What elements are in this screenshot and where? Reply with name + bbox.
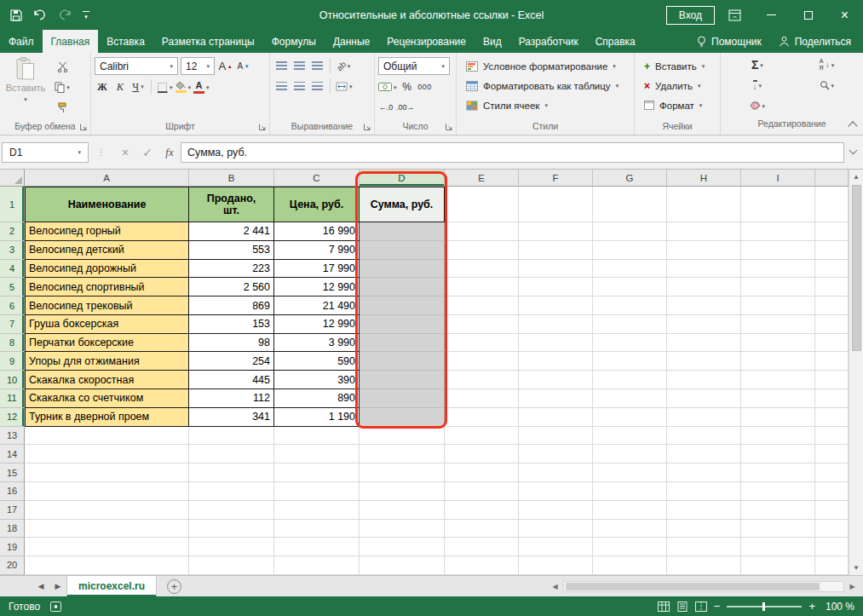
tab-developer[interactable]: Разработчик: [510, 30, 587, 53]
zoom-in-button[interactable]: +: [808, 600, 815, 613]
cell-I9[interactable]: [741, 352, 815, 371]
cell-B9[interactable]: 254: [189, 352, 274, 371]
cell-H12[interactable]: [667, 408, 741, 427]
comma-style-button[interactable]: 000: [417, 78, 433, 95]
row-header-18[interactable]: 18: [0, 520, 25, 538]
vertical-scrollbar[interactable]: ▲ ▼: [849, 170, 863, 575]
cell-F7[interactable]: [519, 315, 593, 334]
cell-H1[interactable]: [667, 187, 741, 222]
row-header-7[interactable]: 7: [0, 315, 25, 334]
cell-F19[interactable]: [519, 538, 593, 556]
decrease-decimal-button[interactable]: .00→: [396, 99, 415, 116]
cell-C7[interactable]: 12 990: [274, 315, 360, 334]
cell-D12[interactable]: [360, 408, 445, 427]
cell-E3[interactable]: [445, 241, 519, 260]
cell-A15[interactable]: [25, 463, 189, 482]
cell-A17[interactable]: [25, 501, 189, 520]
cell-I12[interactable]: [741, 408, 815, 427]
cell-I19[interactable]: [741, 538, 815, 556]
sheet-tab-active[interactable]: microexcel.ru: [66, 576, 157, 596]
cell-F12[interactable]: [519, 408, 593, 427]
cell-F20[interactable]: [519, 556, 593, 575]
number-format-select[interactable]: Общий▾: [378, 57, 450, 75]
row-header-11[interactable]: 11: [0, 389, 25, 408]
fill-color-button[interactable]: ▾: [175, 78, 192, 95]
zoom-level[interactable]: 100 %: [822, 601, 854, 613]
row-header-6[interactable]: 6: [0, 296, 25, 315]
cell-H11[interactable]: [667, 389, 741, 408]
cell-H4[interactable]: [667, 260, 741, 279]
cell-G1[interactable]: [593, 187, 667, 222]
cell-E20[interactable]: [445, 556, 519, 575]
cell-C8[interactable]: 3 990: [274, 334, 360, 353]
close-button[interactable]: ×: [826, 0, 863, 30]
cell-G10[interactable]: [593, 371, 667, 389]
cell-C12[interactable]: 1 190: [274, 408, 360, 427]
sheet-nav-left-button[interactable]: ◀: [32, 582, 49, 590]
cell-F4[interactable]: [519, 260, 593, 279]
cell-G19[interactable]: [593, 538, 667, 556]
cell-I1[interactable]: [741, 187, 815, 222]
cell-B18[interactable]: [189, 520, 274, 538]
format-as-table-button[interactable]: Форматировать как таблицу▾: [460, 77, 624, 95]
cell-E4[interactable]: [445, 260, 519, 279]
delete-cells-button[interactable]: × Удалить▾: [638, 77, 706, 95]
align-left-button[interactable]: [273, 78, 289, 95]
column-header-i[interactable]: I: [741, 170, 815, 187]
scroll-up-button[interactable]: ▲: [849, 170, 863, 184]
cell-C10[interactable]: 390: [274, 371, 360, 389]
cell-B11[interactable]: 112: [189, 389, 274, 408]
cell-D1[interactable]: Сумма, руб.: [360, 187, 445, 222]
cell-H3[interactable]: [667, 241, 741, 260]
cell-F14[interactable]: [519, 445, 593, 463]
cell-E7[interactable]: [445, 315, 519, 334]
zoom-out-button[interactable]: −: [714, 600, 721, 613]
align-right-button[interactable]: [309, 78, 325, 95]
cell-E5[interactable]: [445, 278, 519, 296]
cell-C11[interactable]: 890: [274, 389, 360, 408]
cell-A10[interactable]: Скакалка скоростная: [25, 371, 189, 389]
cell-H8[interactable]: [667, 334, 741, 353]
cell-G7[interactable]: [593, 315, 667, 334]
cell-D17[interactable]: [360, 501, 445, 520]
cell-I8[interactable]: [741, 334, 815, 353]
name-box[interactable]: D1▾: [2, 142, 89, 163]
underline-button[interactable]: Ч▾: [130, 78, 146, 95]
cell-B19[interactable]: [189, 538, 274, 556]
vertical-scrollbar-thumb[interactable]: [852, 185, 861, 351]
row-header-1[interactable]: 1: [0, 187, 25, 222]
cell-F16[interactable]: [519, 482, 593, 501]
cell-B17[interactable]: [189, 501, 274, 520]
cell-F13[interactable]: [519, 427, 593, 446]
cell-C5[interactable]: 12 990: [274, 278, 360, 296]
cell-C9[interactable]: 590: [274, 352, 360, 371]
cell-A6[interactable]: Велосипед трековый: [25, 296, 189, 315]
cell-F18[interactable]: [519, 520, 593, 538]
cell-G13[interactable]: [593, 427, 667, 446]
find-select-button[interactable]: ▾: [799, 77, 854, 94]
tab-home[interactable]: Главная: [43, 30, 99, 53]
column-header-c[interactable]: C: [274, 170, 360, 187]
align-top-button[interactable]: [273, 57, 289, 74]
align-middle-button[interactable]: [291, 57, 307, 74]
row-header-3[interactable]: 3: [0, 241, 25, 260]
column-header-a[interactable]: A: [25, 170, 189, 187]
cell-I15[interactable]: [741, 463, 815, 482]
cell-D11[interactable]: [360, 389, 445, 408]
cell-D16[interactable]: [360, 482, 445, 501]
cell-E1[interactable]: [445, 187, 519, 222]
cell-D10[interactable]: [360, 371, 445, 389]
cell-C17[interactable]: [274, 501, 360, 520]
horizontal-scrollbar[interactable]: [563, 581, 844, 592]
cell-E2[interactable]: [445, 222, 519, 241]
undo-icon[interactable]: [33, 9, 47, 20]
borders-button[interactable]: ▾: [157, 78, 173, 95]
new-sheet-button[interactable]: +: [167, 579, 181, 594]
row-header-8[interactable]: 8: [0, 334, 25, 353]
cell-I13[interactable]: [741, 427, 815, 446]
sort-filter-button[interactable]: АЯ↓▾: [799, 56, 854, 73]
cell-D6[interactable]: [360, 296, 445, 315]
row-header-19[interactable]: 19: [0, 538, 25, 556]
cell-G16[interactable]: [593, 482, 667, 501]
cell-B20[interactable]: [189, 556, 274, 575]
